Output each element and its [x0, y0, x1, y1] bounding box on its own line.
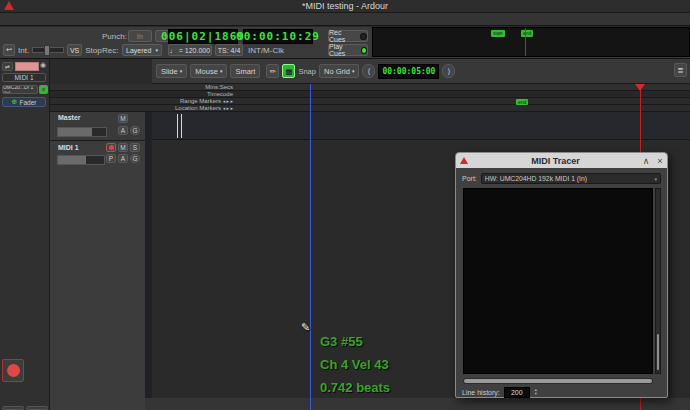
- play-cues-button[interactable]: Play Cues: [328, 44, 368, 56]
- punch-in-button[interactable]: In: [128, 30, 152, 42]
- port-dropdown[interactable]: HW: UMC204HD 192k MIDI 1 (In) ▾: [481, 173, 661, 184]
- partial-button-left[interactable]: [2, 406, 24, 410]
- primary-clock[interactable]: 006|02|1869: [168, 29, 238, 44]
- edit-mode-dropdown[interactable]: Slide ▾: [156, 64, 187, 78]
- tracer-title: MIDI Tracer: [472, 156, 639, 166]
- master-gain-fader[interactable]: [57, 127, 107, 137]
- rec-label: Rec:: [102, 46, 118, 55]
- rec-mode-dropdown[interactable]: Layered▾: [122, 44, 162, 56]
- tracer-vertical-scrollbar[interactable]: [655, 188, 661, 374]
- ruler-timecode[interactable]: Timecode: [50, 91, 690, 98]
- midi-event-list: [463, 188, 653, 374]
- ruler-location-markers[interactable]: Location Markers ◂ ▸ ▸: [50, 105, 690, 112]
- midi1-p-button[interactable]: P: [106, 154, 116, 163]
- rec-cues-led: [360, 33, 367, 40]
- shuttle-return-button[interactable]: ↩: [3, 44, 15, 56]
- clock-next-button[interactable]: ⟩: [442, 64, 455, 78]
- midi1-track-header[interactable]: MIDI 1 M S P A G: [50, 141, 145, 410]
- master-track-header[interactable]: Master M A G: [50, 112, 145, 141]
- snap-label: Snap: [298, 67, 316, 76]
- punch-label: Punch:: [102, 32, 127, 41]
- tracer-logo-icon: [460, 157, 468, 164]
- record-circle-icon: [7, 364, 20, 377]
- int-label[interactable]: Int.: [18, 46, 29, 55]
- midi1-solo-button[interactable]: S: [130, 143, 140, 152]
- input-button[interactable]: UMC20...DI 1 (In): [2, 85, 38, 94]
- menu-bar: [0, 13, 690, 26]
- midi1-mute-button[interactable]: M: [118, 143, 128, 152]
- ardour-window: *MIDI testing - Ardour ↩ Int. VS Stop Pu…: [0, 0, 690, 410]
- eye-icon[interactable]: ◉: [40, 61, 46, 69]
- line-history-input[interactable]: 200: [504, 387, 530, 398]
- tracer-controls: Line history: 200 ▲▼: [462, 387, 663, 397]
- tracer-title-bar[interactable]: MIDI Tracer ∧ ×: [456, 153, 667, 168]
- play-cues-led: [361, 47, 367, 54]
- below-track-area: [145, 398, 690, 410]
- clock-prev-button[interactable]: ⟨: [362, 64, 375, 78]
- track-headers: Master M A G MIDI 1 M S P A G: [50, 112, 145, 410]
- shuttle-slider[interactable]: [32, 47, 64, 53]
- tracer-horizontal-scrollbar[interactable]: [463, 378, 653, 384]
- edit-point-line: [310, 84, 311, 410]
- fader-selector[interactable]: ⊕ Fader: [2, 97, 46, 107]
- master-g-button[interactable]: G: [130, 126, 140, 135]
- internal-edit-tool-button[interactable]: ▦: [282, 64, 295, 78]
- master-mute-button[interactable]: M: [118, 114, 128, 123]
- sync-source-label[interactable]: INT/M-Clk: [248, 46, 284, 55]
- input-connected-icon[interactable]: x: [39, 85, 48, 94]
- fader-plus-icon: ⊕: [12, 98, 18, 106]
- end-marker[interactable]: end: [521, 30, 533, 37]
- ruler-range-markers[interactable]: Range Markers ◂ ▸ ▸ end: [50, 98, 690, 105]
- edit-point-clock[interactable]: 00:00:05:00: [378, 64, 439, 79]
- session-summary[interactable]: start end: [372, 27, 690, 57]
- ruler-minsecs[interactable]: Mins:Secs: [50, 84, 690, 91]
- tempo-button[interactable]: ♩ = 120.000: [168, 44, 212, 56]
- header-separator: [145, 112, 152, 410]
- shuttle-stop-label: Stop: [85, 46, 101, 55]
- tracer-close-button[interactable]: ×: [653, 156, 667, 166]
- grid-mode-dropdown[interactable]: No Grid ▾: [319, 64, 359, 78]
- draw-cursor-icon: ✎: [301, 321, 310, 334]
- time-sig-button[interactable]: TS: 4/4: [215, 44, 243, 56]
- end-range-marker[interactable]: end: [516, 99, 528, 105]
- midi1-name[interactable]: MIDI 1: [58, 144, 79, 151]
- master-a-button[interactable]: A: [118, 126, 128, 135]
- midi1-a-button[interactable]: A: [118, 154, 128, 163]
- partial-button-right[interactable]: [26, 406, 48, 410]
- rec-cues-button[interactable]: Rec Cues: [328, 30, 368, 42]
- draw-tool-button[interactable]: ✏: [266, 64, 279, 78]
- line-history-spinner[interactable]: ▲▼: [534, 388, 538, 396]
- secondary-clock[interactable]: 00:00:10:29: [243, 29, 313, 44]
- master-name[interactable]: Master: [58, 114, 81, 121]
- mouse-mode-dropdown[interactable]: Mouse ▾: [190, 64, 227, 78]
- record-arm-button[interactable]: [2, 359, 24, 382]
- ruler-options-button[interactable]: ≣: [674, 63, 687, 77]
- nudge-icon[interactable]: ⇄: [2, 62, 13, 71]
- strip-track-name[interactable]: MIDI 1: [2, 73, 46, 82]
- title-bar: *MIDI testing - Ardour: [0, 0, 690, 13]
- master-track-lane[interactable]: [152, 112, 690, 140]
- tracer-minimize-button[interactable]: ∧: [639, 156, 653, 166]
- playhead-marker[interactable]: [635, 84, 645, 91]
- ruler-area: Mins:Secs Timecode Range Markers ◂ ▸ ▸ e…: [50, 84, 690, 112]
- track-color-swatch[interactable]: [15, 62, 39, 71]
- summary-playhead: [525, 28, 526, 57]
- editor-toolbar: Slide ▾ Mouse ▾ Smart ✏ ▦ Snap No Grid ▾…: [152, 59, 690, 84]
- window-title: *MIDI testing - Ardour: [0, 1, 690, 11]
- port-label: Port:: [462, 175, 477, 182]
- midi1-gain-fader[interactable]: [57, 155, 105, 165]
- editor-mixer-strip: ⇄ ◉ MIDI 1 UMC20...DI 1 (In) x ⊕ Fader: [0, 59, 50, 410]
- vs-button[interactable]: VS: [67, 44, 82, 56]
- start-marker[interactable]: start: [491, 30, 505, 37]
- smart-mode-button[interactable]: Smart: [230, 64, 260, 78]
- midi1-g-button[interactable]: G: [130, 154, 140, 163]
- midi-tracer-window: MIDI Tracer ∧ × Port: HW: UMC204HD 192k …: [455, 152, 668, 398]
- line-history-label: Line history:: [462, 389, 500, 396]
- midi1-rec-arm-button[interactable]: [106, 143, 116, 152]
- note-info-tooltip: G3 #55 Ch 4 Vel 43 0.742 beats: [320, 330, 390, 399]
